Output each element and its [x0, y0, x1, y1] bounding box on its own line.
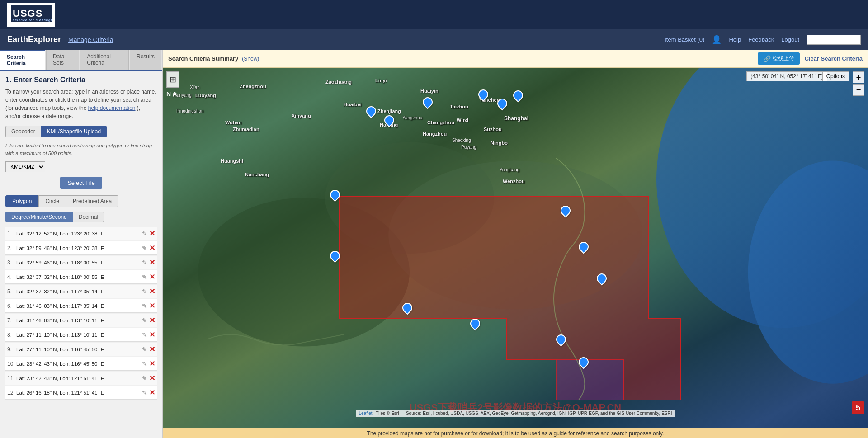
map-pin[interactable]: [561, 206, 569, 217]
coord-delete-icon[interactable]: ✕: [149, 374, 155, 382]
city-label-huaibei: Huaibei: [344, 102, 362, 107]
subtab-kml[interactable]: KML/Shapefile Upload: [41, 126, 107, 137]
coord-delete-icon[interactable]: ✕: [149, 316, 155, 325]
map-pin[interactable]: [402, 303, 410, 314]
shape-tab-circle[interactable]: Circle: [38, 195, 66, 207]
zoom-out-button[interactable]: −: [853, 84, 864, 96]
subtab-geocoder[interactable]: Geocoder: [5, 126, 41, 137]
table-row: 11. Lat: 23° 42' 43" N, Lon: 121° 51' 41…: [5, 372, 157, 385]
coord-num: 2.: [7, 245, 16, 251]
coord-delete-icon[interactable]: ✕: [149, 244, 155, 252]
navbar: EarthExplorer Manage Criteria Item Baske…: [0, 29, 868, 50]
map-pin[interactable]: [597, 273, 605, 284]
coord-edit-icon[interactable]: ✎: [142, 245, 147, 252]
map-pin[interactable]: [579, 357, 587, 368]
coord-edit-icon[interactable]: ✎: [142, 375, 147, 382]
tab-search-criteria[interactable]: Search Criteria: [0, 50, 45, 70]
coord-num: 7.: [7, 317, 16, 324]
city-label-zaozhuang: Zaozhuang: [326, 79, 352, 85]
options-button[interactable]: Options: [822, 71, 849, 81]
table-row: 2. Lat: 32° 59' 46" N, Lon: 123° 20' 38"…: [5, 241, 157, 255]
manage-criteria-button[interactable]: Manage Criteria: [68, 36, 113, 43]
nav-search-input[interactable]: [807, 35, 861, 45]
map-pin[interactable]: [384, 115, 392, 126]
coord-edit-icon[interactable]: ✎: [142, 331, 147, 339]
coord-delete-icon[interactable]: ✕: [149, 359, 155, 368]
coord-delete-icon[interactable]: ✕: [149, 301, 155, 310]
map-pin[interactable]: [330, 190, 338, 201]
coord-delete-icon[interactable]: ✕: [149, 330, 155, 339]
city-label-zhenjiang: Zhenjiang: [377, 108, 401, 114]
degree-tab-dms[interactable]: Degree/Minute/Second: [5, 212, 73, 222]
clear-search-button[interactable]: Clear Search Criteria: [804, 55, 863, 62]
city-label-hangzhou: Hangzhou: [423, 131, 447, 137]
tab-data-sets[interactable]: Data Sets: [46, 50, 79, 70]
panel-description: To narrow your search area: type in an a…: [5, 88, 157, 120]
coord-delete-icon[interactable]: ✕: [149, 273, 155, 281]
user-icon: 👤: [712, 35, 722, 45]
feedback-link[interactable]: Feedback: [748, 36, 774, 43]
map-pin[interactable]: [330, 251, 338, 262]
leaflet-link[interactable]: Leaflet: [359, 411, 372, 416]
table-row: 8. Lat: 27° 11' 10" N, Lon: 113° 10' 11"…: [5, 328, 157, 342]
tab-results[interactable]: Results: [130, 50, 161, 70]
shape-tab-polygon[interactable]: Polygon: [5, 195, 38, 207]
coord-num: 6.: [7, 303, 16, 309]
coord-edit-icon[interactable]: ✎: [142, 273, 147, 281]
shape-tab-predefined[interactable]: Predefined Area: [66, 195, 118, 207]
zoom-in-button[interactable]: +: [853, 71, 864, 83]
degree-tab-decimal[interactable]: Decimal: [73, 212, 104, 222]
map-na-label: N A: [166, 90, 177, 98]
map-pin[interactable]: [556, 334, 564, 345]
map-pin[interactable]: [579, 242, 587, 253]
city-label-zhumadian: Zhumadian: [233, 127, 259, 132]
coord-delete-icon[interactable]: ✕: [149, 258, 155, 267]
kml-format-select[interactable]: KML/KMZ: [5, 161, 45, 172]
coord-edit-icon[interactable]: ✎: [142, 230, 147, 237]
layer-toggle-button[interactable]: ⊞: [166, 71, 179, 88]
map-pin[interactable]: [366, 106, 374, 117]
coord-text: Lat: 31° 46' 03" N, Lon: 117° 35' 14" E: [16, 303, 142, 309]
options-button-area: Options: [822, 71, 849, 81]
coord-delete-icon[interactable]: ✕: [149, 287, 155, 296]
coordinate-list: 1. Lat: 32° 12' 52" N, Lon: 123° 20' 38"…: [5, 227, 157, 400]
item-basket-link[interactable]: Item Basket (0): [665, 36, 704, 43]
city-label-wenzhou: Wenzhou: [503, 179, 525, 184]
map-pin[interactable]: [470, 319, 478, 330]
help-doc-link[interactable]: help documentation: [88, 105, 136, 111]
upload-button[interactable]: 🔗 绘线上传: [758, 52, 800, 65]
map-pin[interactable]: [513, 90, 521, 101]
map-container[interactable]: Luoyang Zhengzhou Zaozhuang Linyi Xianya…: [163, 68, 868, 438]
map-pin[interactable]: [497, 99, 505, 109]
coord-delete-icon[interactable]: ✕: [149, 229, 155, 238]
coord-edit-icon[interactable]: ✎: [142, 360, 147, 367]
city-label-huangshi: Huangshi: [221, 158, 243, 164]
map-footer: The provided maps are not for purchase o…: [163, 428, 868, 438]
city-label-huaiyin: Huaiyin: [420, 88, 439, 94]
select-file-button[interactable]: Select File: [60, 177, 102, 189]
logo-area: USGS science for a changing world: [7, 3, 55, 27]
show-criteria-link[interactable]: (Show): [242, 56, 259, 62]
table-row: 12. Lat: 26° 16' 18" N, Lon: 121° 51' 41…: [5, 386, 157, 400]
zoom-controls: + −: [853, 71, 864, 96]
coord-edit-icon[interactable]: ✎: [142, 259, 147, 266]
coord-edit-icon[interactable]: ✎: [142, 346, 147, 353]
header: USGS science for a changing world: [0, 0, 868, 29]
help-link[interactable]: Help: [729, 36, 741, 43]
coord-edit-icon[interactable]: ✎: [142, 317, 147, 324]
coord-edit-icon[interactable]: ✎: [142, 389, 147, 396]
tab-additional-criteria[interactable]: Additional Criteria: [80, 50, 129, 70]
map-pin[interactable]: [423, 97, 431, 108]
coord-delete-icon[interactable]: ✕: [149, 345, 155, 353]
map-attribution: Leaflet | Tiles © Esri — Source: Esri, i…: [356, 410, 675, 417]
coord-text: Lat: 27° 11' 10" N, Lon: 113° 10' 11" E: [16, 332, 142, 338]
logout-link[interactable]: Logout: [781, 36, 799, 43]
coord-edit-icon[interactable]: ✎: [142, 288, 147, 295]
table-row: 1. Lat: 32° 12' 52" N, Lon: 123° 20' 38"…: [5, 227, 157, 240]
coord-delete-icon[interactable]: ✕: [149, 388, 155, 397]
layer-icon: ⊞: [170, 75, 176, 84]
city-label-yangzhou: Yangzhou: [402, 115, 422, 120]
map-pin[interactable]: [478, 89, 486, 100]
map-area[interactable]: Search Criteria Summary (Show) 🔗 绘线上传 Cl…: [163, 50, 868, 438]
coord-edit-icon[interactable]: ✎: [142, 302, 147, 310]
